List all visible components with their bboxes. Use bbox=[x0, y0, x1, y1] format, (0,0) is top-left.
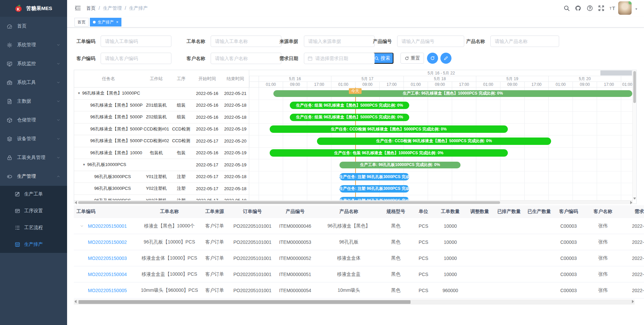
gantt-bar[interactable]: 生产任务: 注塑 96孔孔板3000PCS 完成 bbox=[339, 173, 409, 180]
filter-row1-input-0[interactable] bbox=[101, 36, 171, 47]
filter-row1-field-4[interactable] bbox=[491, 36, 559, 47]
sidebar-subitem-3[interactable]: 生产排产 bbox=[0, 236, 67, 253]
table-horizontal-scrollbar[interactable] bbox=[74, 300, 635, 305]
gantt-task-row[interactable]: 96孔孔板3000PCSY02注塑机注塑2022-05-172022-05-18 bbox=[74, 183, 249, 195]
table-row[interactable]: MO202205150001移液盒【黑色】10000个客户订单PO2022051… bbox=[74, 218, 644, 234]
filter-row1-input-1[interactable] bbox=[211, 36, 281, 47]
gantt-task-cell: 2022-05-17 bbox=[193, 198, 222, 200]
fullscreen-icon[interactable] bbox=[598, 5, 604, 11]
caret-down-icon[interactable] bbox=[635, 7, 638, 11]
edit-schedule-button[interactable] bbox=[440, 53, 451, 64]
work-order-link[interactable]: MO202205150004 bbox=[88, 272, 127, 277]
table-cell: ITEM00000054 bbox=[273, 288, 317, 293]
svg-text:K: K bbox=[17, 7, 20, 12]
collapse-triangle-icon[interactable]: ▼ bbox=[77, 92, 80, 95]
gantt-bar[interactable]: 生产任务: 注塑 96孔孔板3000PCS 完成 bbox=[339, 185, 409, 193]
refresh-gantt-button[interactable] bbox=[427, 53, 438, 64]
gantt-task-row[interactable]: 96孔移液盒【黑色】5000PZ01组装机组装2022-05-162022-05… bbox=[74, 100, 249, 112]
table-cell: MO202205150002 bbox=[74, 239, 141, 245]
gantt-task-row[interactable]: 96孔孔板3000PCSY01注塑机注塑2022-05-172022-05-18 bbox=[74, 171, 249, 183]
search-icon[interactable] bbox=[564, 5, 570, 11]
filter-row1-field-0[interactable] bbox=[101, 36, 171, 47]
filter-row1-field-3[interactable] bbox=[397, 36, 464, 47]
table-row[interactable]: MO20220515000296孔孔板【10000】PCS客户订单PO20220… bbox=[74, 234, 644, 250]
sidebar-item-1[interactable]: 系统管理 bbox=[0, 36, 67, 54]
question-icon[interactable] bbox=[587, 5, 593, 11]
table-row[interactable]: MO202205150004移液盒盒盖【10000】PCS客户订单PO20220… bbox=[74, 266, 644, 282]
tab-production-scheduling[interactable]: 生产排产 × bbox=[90, 18, 121, 26]
filter-row1-input-2[interactable] bbox=[304, 36, 375, 47]
filter-row1-input-4[interactable] bbox=[490, 36, 559, 47]
gantt-task-row[interactable]: 96孔移液盒【黑色】5000PCCD检测#02CCD检测2022-05-1720… bbox=[74, 135, 249, 147]
layers-icon bbox=[7, 136, 12, 142]
gantt-bar[interactable]: 生产任务: 组装 96孔移液盒【黑色】5000PCS 完成比例: 0% bbox=[290, 102, 409, 109]
sidebar-subitem-1[interactable]: 工序设置 bbox=[0, 203, 67, 219]
sidebar-item-8[interactable]: 生产管理 bbox=[0, 167, 67, 186]
hamburger-icon[interactable] bbox=[74, 5, 81, 11]
work-order-link[interactable]: MO202205150002 bbox=[88, 239, 127, 245]
gantt-vertical-scrollbar[interactable] bbox=[632, 70, 636, 200]
filter-row2-field-1[interactable] bbox=[211, 53, 281, 64]
gantt-task-row[interactable]: 96孔移液盒【黑色】5000PZ02组装机组装2022-05-162022-05… bbox=[74, 111, 249, 123]
sidebar-item-4[interactable]: 主数据 bbox=[0, 92, 67, 111]
gantt-bar[interactable]: 生产任务: 注塑 96孔孔板3000PCS 完成 bbox=[339, 197, 409, 200]
filter-row1-field-2[interactable] bbox=[304, 36, 374, 47]
scroll-right-icon bbox=[632, 300, 634, 303]
gantt-task-row[interactable]: 96孔移液盒【黑色】5000PCCD检测#01CCD检测2022-05-1620… bbox=[74, 123, 249, 136]
table-header-row: 工单编码工单名称工单来源订单编号产品编号产品名称规格型号单位工单数量调整数量已排… bbox=[74, 205, 644, 218]
timeline-tick-pre bbox=[249, 82, 259, 88]
gantt-bar[interactable]: 生产任务: 包装 96孔移液盒【黑色】10000PCS 完成比例: 0% bbox=[270, 149, 508, 157]
gantt-task-row[interactable]: 96孔移液盒【黑色】10000包装机包装2022-05-162022-05-19 bbox=[74, 147, 249, 159]
table-row[interactable]: MO20220515000510mm吸头【960000】PCS客户订单PO202… bbox=[74, 282, 644, 299]
svg-text:T: T bbox=[612, 5, 615, 11]
filter-row2-input-0[interactable] bbox=[101, 53, 171, 64]
sidebar-item-2[interactable]: 系统监控 bbox=[0, 54, 67, 73]
table-cell: 客户订单 bbox=[198, 239, 231, 245]
work-order-link[interactable]: MO202205150005 bbox=[88, 288, 127, 293]
table-cell: ITEM00000053 bbox=[273, 239, 317, 245]
collapse-triangle-icon[interactable]: ▼ bbox=[83, 163, 86, 166]
filter-row2-input-2[interactable] bbox=[304, 53, 375, 64]
filter-row1-field-1[interactable] bbox=[211, 36, 281, 47]
table-cell: MO202205150001 bbox=[74, 223, 141, 229]
gantt-bar[interactable]: 生产任务: 组装 96孔移液盒【黑色】5000PCS 完成比例: 0% bbox=[290, 114, 409, 121]
avatar[interactable] bbox=[618, 1, 632, 15]
filter-row2-input-1[interactable] bbox=[211, 53, 281, 64]
reset-button[interactable]: 重置 bbox=[400, 53, 424, 64]
github-icon[interactable] bbox=[575, 5, 581, 11]
sidebar-item-label: 首页 bbox=[17, 23, 26, 29]
sidebar-item-3[interactable]: 系统工具 bbox=[0, 73, 67, 92]
sidebar-item-0[interactable]: 首页 bbox=[0, 17, 67, 36]
breadcrumb-scheduling[interactable]: 生产排产 bbox=[129, 5, 148, 11]
timeline-tick-trailing: 01:00 bbox=[621, 82, 633, 88]
breadcrumb-production[interactable]: 生产管理 bbox=[103, 5, 122, 11]
breadcrumb-home[interactable]: 首页 bbox=[86, 5, 96, 11]
work-order-link[interactable]: MO202205150003 bbox=[88, 256, 127, 261]
close-tab-icon[interactable]: × bbox=[116, 20, 118, 24]
sidebar-subitem-0[interactable]: 生产工单 bbox=[0, 186, 67, 203]
filter-row2-field-2[interactable] bbox=[313, 53, 374, 64]
gantt-task-row[interactable]: 96孔孔板3000PCSY03注塑机注塑2022-05-172022-05-18 bbox=[74, 195, 249, 201]
gantt-bar[interactable]: 生产任务: CCD检测 96孔移液盒【黑色】5000PCS 完成比例: 0% bbox=[317, 138, 551, 145]
gantt-task-cell: CCD检测 bbox=[170, 126, 193, 132]
gantt-horizontal-scrollbar[interactable] bbox=[74, 200, 633, 204]
expand-chevron-icon[interactable] bbox=[80, 224, 84, 228]
gantt-task-row[interactable]: ▼96孔孔板10000PCS2022-05-172022-05-19 bbox=[74, 159, 249, 171]
gantt-bar[interactable]: 生产工单: 96孔孔板10000PCS 完成比例: 0% bbox=[339, 162, 461, 168]
tab-home[interactable]: 首页 bbox=[74, 18, 89, 26]
table-cell: C00003 bbox=[555, 256, 582, 261]
sidebar-item-5[interactable]: 仓储管理 bbox=[0, 111, 67, 129]
sidebar-item-6[interactable]: 设备管理 bbox=[0, 129, 67, 148]
filter-row1-input-3[interactable] bbox=[397, 36, 464, 47]
table-row[interactable]: MO202205150003移液盒盒体【10000】PCS客户订单PO20220… bbox=[74, 250, 644, 266]
gantt-bar[interactable]: 生产任务: CCD检测 96孔移液盒【黑色】5000PCS 完成比例: 0% bbox=[270, 125, 508, 133]
gantt-bar[interactable]: 生产工单: 96孔移液盒【黑色】10000PCS 完成比例: 0% bbox=[273, 90, 632, 97]
sidebar-item-7[interactable]: 工装夹具管理 bbox=[0, 148, 67, 167]
sidebar-subitem-2[interactable]: 工艺流程 bbox=[0, 219, 67, 236]
work-order-link[interactable]: MO202205150001 bbox=[88, 223, 127, 229]
filter-row2-field-0[interactable] bbox=[101, 53, 171, 64]
timeline-tick: 17:00 bbox=[379, 82, 404, 88]
gantt-task-row[interactable]: ▼96孔移液盒【黑色】10000PC2022-05-162022-05-21 bbox=[74, 88, 249, 100]
table-cell: 10mm吸头【960000】PCS bbox=[141, 287, 198, 293]
font-size-icon[interactable]: TT bbox=[609, 5, 616, 11]
